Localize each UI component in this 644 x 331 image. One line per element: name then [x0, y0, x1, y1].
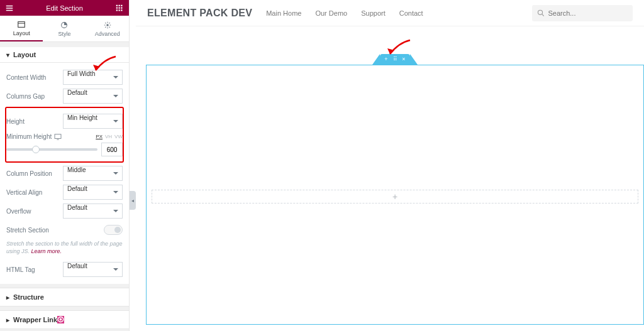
search-icon: [537, 9, 544, 17]
add-widget-drop[interactable]: +: [152, 190, 638, 203]
tab-layout-label: Layout: [13, 30, 30, 36]
add-section-icon[interactable]: +: [384, 57, 389, 62]
slider-thumb[interactable]: [32, 146, 40, 153]
columns-gap-label: Columns Gap: [6, 93, 63, 100]
accordion-structure-label: Structure: [13, 293, 44, 301]
svg-rect-8: [121, 9, 122, 11]
html-tag-select[interactable]: Default: [63, 262, 123, 277]
accordion-wrapper-link-1[interactable]: ▸ Wrapper Link ⦿: [0, 310, 129, 329]
editor-panel: Edit Section Layout Style Advanced ▾ Lay…: [0, 0, 130, 331]
menu-icon[interactable]: [4, 3, 15, 14]
panel-header: Edit Section: [0, 0, 129, 16]
stretch-label: Stretch Section: [6, 227, 63, 234]
content-width-select[interactable]: Full Width: [63, 70, 123, 85]
drag-section-icon[interactable]: ⠿: [392, 57, 398, 62]
panel-collapse-handle[interactable]: ◂: [130, 191, 136, 210]
canvas: + ⠿ × +: [146, 54, 644, 325]
unit-px[interactable]: PX: [96, 134, 103, 139]
row-column-position: Column Position Middle: [6, 165, 123, 182]
panel-title: Edit Section: [15, 4, 114, 12]
delete-section-icon[interactable]: ×: [401, 57, 407, 62]
nav-our-demo[interactable]: Our Demo: [315, 9, 347, 17]
overflow-select[interactable]: Default: [63, 203, 123, 219]
svg-rect-13: [55, 134, 61, 138]
row-columns-gap: Columns Gap Default: [6, 88, 123, 104]
tab-advanced-label: Advanced: [95, 31, 120, 37]
accordion-wrapper-link-1-label: Wrapper Link: [13, 316, 57, 323]
svg-rect-9: [18, 21, 25, 27]
highlight-box: Height Min Height Minimum Height PX VH V…: [5, 107, 124, 163]
unit-switch: PX VH VW: [96, 134, 123, 139]
panel-tabs: Layout Style Advanced: [0, 16, 129, 42]
accordion-layout[interactable]: ▾ Layout: [0, 47, 129, 63]
search-input[interactable]: [548, 9, 628, 17]
stretch-help: Stretch the section to the full width of…: [6, 238, 123, 256]
row-height: Height Min Height: [6, 113, 123, 129]
row-overflow: Overflow Default: [6, 203, 123, 219]
stretch-toggle[interactable]: [104, 225, 123, 235]
tab-layout[interactable]: Layout: [0, 16, 43, 41]
overflow-label: Overflow: [6, 208, 63, 215]
apps-icon[interactable]: [114, 3, 125, 14]
svg-rect-1: [119, 4, 120, 6]
svg-rect-2: [121, 4, 122, 6]
svg-rect-6: [116, 9, 118, 11]
svg-rect-5: [121, 7, 122, 8]
column-position-label: Column Position: [6, 170, 63, 177]
tab-style[interactable]: Style: [43, 16, 86, 41]
min-height-input[interactable]: [101, 143, 123, 156]
chevron-down-icon: ▾: [6, 52, 9, 58]
nav-support[interactable]: Support: [361, 9, 386, 17]
panel-body: ▾ Layout Content Width Full Width Column…: [0, 42, 129, 331]
columns-gap-select[interactable]: Default: [63, 89, 123, 104]
svg-rect-3: [116, 7, 118, 8]
min-height-label: Minimum Height: [6, 133, 63, 140]
vertical-align-select[interactable]: Default: [63, 185, 123, 200]
svg-line-16: [542, 14, 544, 16]
svg-rect-4: [119, 7, 120, 8]
unit-vh[interactable]: VH: [105, 134, 112, 139]
svg-point-15: [538, 10, 542, 14]
vertical-align-label: Vertical Align: [6, 189, 63, 196]
nav-contact[interactable]: Contact: [399, 9, 423, 17]
content-width-label: Content Width: [6, 74, 63, 81]
layout-controls: Content Width Full Width Columns Gap Def…: [0, 63, 129, 284]
site-brand: ELEMENT PACK DEV: [147, 8, 252, 19]
row-html-tag: HTML Tag Default: [6, 261, 123, 278]
svg-rect-0: [116, 4, 118, 6]
search-box[interactable]: [532, 5, 633, 21]
tab-style-label: Style: [58, 31, 70, 37]
min-height-slider[interactable]: [6, 148, 97, 151]
row-min-height: Minimum Height PX VH VW: [6, 133, 123, 140]
preview-area: ELEMENT PACK DEV Main Home Our Demo Supp…: [136, 0, 644, 331]
learn-more-link[interactable]: Learn more.: [31, 248, 62, 254]
svg-rect-7: [119, 9, 120, 11]
section-handle: + ⠿ ×: [380, 54, 410, 65]
height-label: Height: [6, 118, 63, 125]
min-height-slider-row: [6, 143, 123, 156]
accordion-structure[interactable]: ▸ Structure: [0, 288, 129, 307]
chevron-right-icon: ▸: [6, 294, 9, 301]
column-position-select[interactable]: Middle: [63, 166, 123, 181]
row-content-width: Content Width Full Width: [6, 69, 123, 85]
desktop-icon[interactable]: [54, 134, 62, 140]
row-stretch: Stretch Section: [6, 222, 123, 238]
nav-main-home[interactable]: Main Home: [266, 9, 301, 17]
chevron-right-icon: ▸: [6, 317, 9, 323]
section-outline[interactable]: +: [146, 65, 644, 325]
svg-point-12: [106, 24, 109, 26]
height-select[interactable]: Min Height: [63, 114, 123, 129]
unit-vw[interactable]: VW: [114, 134, 123, 139]
row-vertical-align: Vertical Align Default: [6, 184, 123, 200]
tab-advanced[interactable]: Advanced: [86, 16, 129, 41]
accordion-layout-label: Layout: [13, 51, 36, 58]
site-topbar: ELEMENT PACK DEV Main Home Our Demo Supp…: [136, 0, 644, 26]
plugin-badge-icon: ⦿: [57, 316, 64, 323]
html-tag-label: HTML Tag: [6, 266, 63, 273]
